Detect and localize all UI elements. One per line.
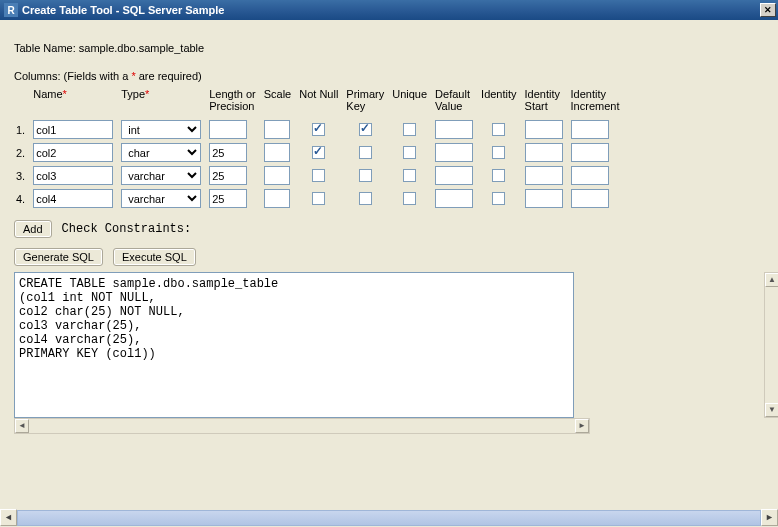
unique-checkbox[interactable] — [403, 146, 416, 159]
column-name-input[interactable] — [33, 143, 113, 162]
length-input[interactable] — [209, 143, 247, 162]
table-row: 4.intcharvarchar — [14, 187, 625, 210]
identity-checkbox[interactable] — [492, 169, 505, 182]
notnull-checkbox[interactable] — [312, 123, 325, 136]
default-input[interactable] — [435, 166, 473, 185]
header-name: Name* — [31, 86, 119, 118]
close-icon[interactable]: ✕ — [760, 3, 776, 17]
header-idstart: Identity Start — [523, 86, 569, 118]
sql-output-wrap: ▲ ▼ ◄ ► — [14, 272, 764, 434]
identity-increment-input[interactable] — [571, 143, 609, 162]
generate-sql-button[interactable]: Generate SQL — [14, 248, 103, 266]
scroll-down-icon[interactable]: ▼ — [765, 403, 778, 417]
execute-sql-button[interactable]: Execute SQL — [113, 248, 196, 266]
scale-input[interactable] — [264, 120, 290, 139]
sql-vertical-scrollbar[interactable]: ▲ ▼ — [764, 272, 778, 418]
identity-increment-input[interactable] — [571, 166, 609, 185]
titlebar: R Create Table Tool - SQL Server Sample … — [0, 0, 778, 20]
header-length: Length or Precision — [207, 86, 261, 118]
header-identity: Identity — [479, 86, 522, 118]
window-horizontal-scrollbar[interactable]: ◄ ► — [0, 509, 778, 527]
row-number: 3. — [14, 164, 31, 187]
primarykey-checkbox[interactable] — [359, 169, 372, 182]
default-input[interactable] — [435, 143, 473, 162]
table-row: 2.intcharvarchar — [14, 141, 625, 164]
primarykey-checkbox[interactable] — [359, 192, 372, 205]
length-input[interactable] — [209, 189, 247, 208]
sql-buttons-row: Generate SQL Execute SQL — [14, 248, 764, 266]
columns-label: Columns: (Fields with a * are required) — [14, 70, 764, 82]
identity-increment-input[interactable] — [571, 189, 609, 208]
sql-output[interactable] — [14, 272, 574, 418]
length-input[interactable] — [209, 120, 247, 139]
notnull-checkbox[interactable] — [312, 146, 325, 159]
primarykey-checkbox[interactable] — [359, 123, 372, 136]
row-number: 4. — [14, 187, 31, 210]
app-icon: R — [4, 3, 18, 17]
unique-checkbox[interactable] — [403, 123, 416, 136]
table-row: 3.intcharvarchar — [14, 164, 625, 187]
column-name-input[interactable] — [33, 166, 113, 185]
length-input[interactable] — [209, 166, 247, 185]
unique-checkbox[interactable] — [403, 169, 416, 182]
header-unique: Unique — [390, 86, 433, 118]
scale-input[interactable] — [264, 189, 290, 208]
scroll-left-icon[interactable]: ◄ — [15, 419, 29, 433]
scale-input[interactable] — [264, 143, 290, 162]
default-input[interactable] — [435, 120, 473, 139]
primarykey-checkbox[interactable] — [359, 146, 372, 159]
header-scale: Scale — [262, 86, 298, 118]
table-row: 1.intcharvarchar — [14, 118, 625, 141]
check-constraints-label: Check Constraints: — [62, 222, 192, 236]
unique-checkbox[interactable] — [403, 192, 416, 205]
column-type-select[interactable]: intcharvarchar — [121, 143, 201, 162]
table-name-label: Table Name: — [14, 42, 76, 54]
identity-start-input[interactable] — [525, 166, 563, 185]
header-pk: Primary Key — [344, 86, 390, 118]
notnull-checkbox[interactable] — [312, 169, 325, 182]
column-type-select[interactable]: intcharvarchar — [121, 189, 201, 208]
notnull-checkbox[interactable] — [312, 192, 325, 205]
columns-table: Name* Type* Length or Precision Scale No… — [14, 86, 625, 210]
table-name-value: sample.dbo.sample_table — [79, 42, 204, 54]
row-number: 1. — [14, 118, 31, 141]
scroll-up-icon[interactable]: ▲ — [765, 273, 778, 287]
column-name-input[interactable] — [33, 189, 113, 208]
header-type: Type* — [119, 86, 207, 118]
identity-checkbox[interactable] — [492, 123, 505, 136]
scroll-right-icon[interactable]: ► — [575, 419, 589, 433]
window-scroll-right-icon[interactable]: ► — [761, 509, 778, 526]
identity-start-input[interactable] — [525, 143, 563, 162]
column-type-select[interactable]: intcharvarchar — [121, 166, 201, 185]
header-notnull: Not Null — [297, 86, 344, 118]
row-number: 2. — [14, 141, 31, 164]
add-row: Add Check Constraints: — [14, 220, 764, 238]
identity-start-input[interactable] — [525, 189, 563, 208]
default-input[interactable] — [435, 189, 473, 208]
sql-horizontal-scrollbar[interactable]: ◄ ► — [14, 418, 590, 434]
scale-input[interactable] — [264, 166, 290, 185]
identity-start-input[interactable] — [525, 120, 563, 139]
identity-increment-input[interactable] — [571, 120, 609, 139]
table-name-row: Table Name: sample.dbo.sample_table — [14, 42, 764, 54]
header-default: Default Value — [433, 86, 479, 118]
header-idinc: Identity Increment — [569, 86, 626, 118]
column-type-select[interactable]: intcharvarchar — [121, 120, 201, 139]
identity-checkbox[interactable] — [492, 146, 505, 159]
content-area: Table Name: sample.dbo.sample_table Colu… — [0, 20, 778, 509]
window-title: Create Table Tool - SQL Server Sample — [22, 4, 760, 16]
add-button[interactable]: Add — [14, 220, 52, 238]
identity-checkbox[interactable] — [492, 192, 505, 205]
column-name-input[interactable] — [33, 120, 113, 139]
window-scroll-left-icon[interactable]: ◄ — [0, 509, 17, 526]
